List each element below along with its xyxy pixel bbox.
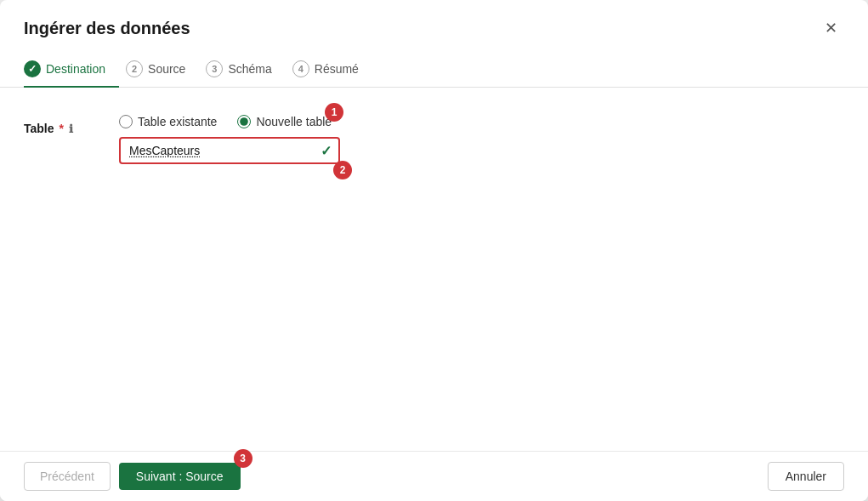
tab-schema[interactable]: 3 Schéma bbox=[206, 52, 285, 88]
footer-left: Précédent Suivant : Source 3 bbox=[24, 462, 241, 491]
dialog-body: Table * ℹ Table existante Nouvelle table… bbox=[0, 88, 868, 451]
radio-existing-label: Table existante bbox=[138, 115, 217, 128]
tab-schema-icon: 3 bbox=[206, 60, 223, 77]
radio-new[interactable]: Nouvelle table 1 bbox=[237, 115, 332, 128]
radio-existing[interactable]: Table existante bbox=[119, 115, 217, 128]
ingest-dialog: Ingérer des données ✕ ✓ Destination 2 So… bbox=[0, 0, 868, 501]
tab-destination-label: Destination bbox=[46, 62, 105, 76]
dialog-title: Ingérer des données bbox=[24, 19, 190, 38]
tab-bar: ✓ Destination 2 Source 3 Schéma 4 Résumé bbox=[0, 51, 868, 88]
badge-2: 2 bbox=[333, 161, 352, 179]
tab-schema-label: Schéma bbox=[228, 62, 271, 76]
tab-resume-icon: 4 bbox=[292, 60, 309, 77]
radio-group: Table existante Nouvelle table 1 bbox=[119, 115, 340, 128]
dialog-footer: Précédent Suivant : Source 3 Annuler bbox=[0, 451, 868, 501]
radio-new-input[interactable] bbox=[237, 115, 251, 128]
tab-source-label: Source bbox=[148, 62, 185, 76]
tab-destination-icon: ✓ bbox=[24, 60, 41, 77]
table-input-wrapper: ✓ 2 bbox=[119, 137, 340, 164]
badge-1: 1 bbox=[325, 103, 343, 122]
tab-source[interactable]: 2 Source bbox=[126, 52, 199, 88]
next-button[interactable]: Suivant : Source bbox=[119, 463, 241, 490]
info-icon: ℹ bbox=[69, 122, 73, 135]
radio-new-label: Nouvelle table bbox=[256, 115, 332, 128]
next-button-wrap: Suivant : Source 3 bbox=[119, 463, 241, 490]
table-label: Table * ℹ bbox=[24, 122, 92, 135]
table-form-row: Table * ℹ Table existante Nouvelle table… bbox=[24, 115, 844, 164]
badge-3: 3 bbox=[234, 449, 252, 468]
tab-destination[interactable]: ✓ Destination bbox=[24, 52, 119, 88]
radio-existing-input[interactable] bbox=[119, 115, 133, 128]
tab-resume[interactable]: 4 Résumé bbox=[292, 52, 372, 88]
table-name-input[interactable] bbox=[119, 137, 340, 164]
required-star: * bbox=[60, 122, 64, 135]
tab-source-icon: 2 bbox=[126, 60, 143, 77]
dialog-header: Ingérer des données ✕ bbox=[0, 0, 868, 39]
cancel-button[interactable]: Annuler bbox=[768, 462, 844, 491]
tab-resume-label: Résumé bbox=[315, 62, 359, 76]
table-controls: Table existante Nouvelle table 1 ✓ 2 bbox=[119, 115, 340, 164]
prev-button: Précédent bbox=[24, 462, 111, 491]
input-check-icon: ✓ bbox=[321, 143, 332, 159]
close-button[interactable]: ✕ bbox=[818, 17, 844, 39]
